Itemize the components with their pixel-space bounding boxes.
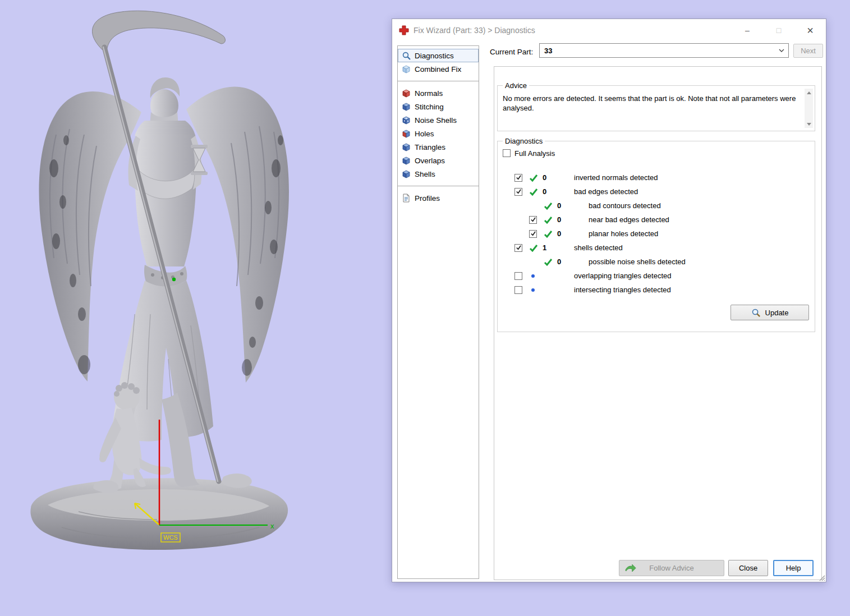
full-analysis-label: Full Analysis <box>514 149 555 158</box>
current-part-label: Current Part: <box>490 48 533 56</box>
checkbox-checked[interactable] <box>514 188 522 196</box>
row-label: possible noise shells detected <box>589 258 686 266</box>
close-button[interactable]: × <box>794 19 826 42</box>
diagnostic-row-overlapping-triangles: overlapping triangles detected <box>514 269 810 283</box>
sidebar-item-overlaps[interactable]: Overlaps <box>398 154 479 167</box>
sidebar-separator <box>398 186 479 186</box>
status-not-analysed-dot-icon <box>529 274 543 278</box>
count-value: 0 <box>557 215 589 224</box>
row-label: bad edges detected <box>574 187 638 196</box>
sidebar-item-diagnostics[interactable]: Diagnostics <box>398 49 479 62</box>
cube-red-blue-icon <box>402 129 411 139</box>
diagnostics-title: Diagnostics <box>503 137 545 145</box>
magnifier-icon <box>402 51 411 61</box>
advice-title: Advice <box>503 81 529 90</box>
diagnostics-groupbox: Diagnostics Full Analysis 0 inverted nor… <box>497 141 815 332</box>
sidebar-separator <box>398 81 479 81</box>
sidebar-item-combined-fix[interactable]: Combined Fix <box>398 62 479 76</box>
axis-x-label: x <box>270 522 274 530</box>
advice-scrollbar[interactable] <box>805 89 813 128</box>
sidebar-item-label: Holes <box>415 130 434 138</box>
row-label: planar holes detected <box>589 229 658 238</box>
statue-model[interactable]: x WCS <box>0 0 370 616</box>
sidebar-item-shells[interactable]: Shells <box>398 167 479 181</box>
checkbox-checked[interactable] <box>514 174 522 182</box>
scroll-down-icon[interactable] <box>805 120 813 128</box>
close-icon: × <box>807 24 814 37</box>
diagnostic-row-bad-edges: 0 bad edges detected <box>514 185 810 199</box>
resize-grip[interactable] <box>817 573 825 581</box>
current-part-value: 33 <box>544 47 552 55</box>
minimize-button[interactable]: – <box>732 19 763 42</box>
update-button[interactable]: Update <box>730 305 809 320</box>
dialog-titlebar[interactable]: Fix Wizard (Part: 33) > Diagnostics – □ … <box>392 19 826 42</box>
current-part-combobox[interactable]: 33 <box>539 43 789 58</box>
checkbox-unchecked[interactable] <box>514 286 522 294</box>
row-label: near bad edges detected <box>589 215 669 224</box>
status-ok-check-icon <box>544 230 557 238</box>
status-ok-check-icon <box>544 216 557 224</box>
row-label: overlapping triangles detected <box>574 272 671 280</box>
wizard-sidebar: Diagnostics Combined Fix Normals Stitchi… <box>397 45 479 579</box>
sidebar-item-holes[interactable]: Holes <box>398 127 479 140</box>
count-value: 1 <box>543 243 574 252</box>
sidebar-item-label: Diagnostics <box>415 52 454 60</box>
scroll-up-icon[interactable] <box>805 89 813 96</box>
count-value: 0 <box>543 187 574 196</box>
magics-cross-icon <box>399 25 409 35</box>
row-label: intersecting triangles detected <box>574 286 671 294</box>
sidebar-item-label: Triangles <box>415 143 445 151</box>
checkbox-checked[interactable] <box>514 244 522 252</box>
diagnostic-row-bad-contours: 0 bad contours detected <box>514 199 810 213</box>
sidebar-item-label: Overlaps <box>415 157 445 165</box>
diagnostic-row-near-bad-edges: 0 near bad edges detected <box>514 213 810 227</box>
diagnostic-row-intersecting-triangles: intersecting triangles detected <box>514 283 810 297</box>
cube-blue-icon <box>402 169 411 179</box>
count-value: 0 <box>557 201 589 210</box>
status-ok-check-icon <box>529 174 543 182</box>
viewport-3d[interactable]: x WCS <box>0 0 393 616</box>
sidebar-item-label: Combined Fix <box>415 65 461 73</box>
sidebar-item-stitching[interactable]: Stitching <box>398 100 479 113</box>
status-ok-check-icon <box>529 244 543 252</box>
cube-blue-icon <box>402 142 411 152</box>
checkbox-checked[interactable] <box>529 216 537 224</box>
status-not-analysed-dot-icon <box>529 288 543 292</box>
sidebar-item-noise-shells[interactable]: Noise Shells <box>398 113 479 127</box>
count-value: 0 <box>557 258 589 266</box>
cube-dots-icon <box>402 116 411 125</box>
document-icon <box>402 194 411 203</box>
row-label: shells detected <box>574 243 623 252</box>
follow-advice-button[interactable]: Follow Advice <box>619 560 724 576</box>
cube-blue-icon <box>402 102 411 112</box>
sidebar-item-label: Stitching <box>415 103 444 111</box>
row-label: bad contours detected <box>589 201 661 210</box>
diagnostic-row-shells: 1 shells detected <box>514 241 810 255</box>
diagnostics-list: 0 inverted normals detected 0 bad edges … <box>514 171 810 297</box>
sidebar-item-profiles[interactable]: Profiles <box>398 191 479 205</box>
sidebar-item-normals[interactable]: Normals <box>398 86 479 100</box>
cube-red-icon <box>402 89 411 98</box>
cube-icon <box>402 65 411 74</box>
status-ok-check-icon <box>529 188 543 196</box>
sidebar-item-triangles[interactable]: Triangles <box>398 140 479 154</box>
full-analysis-option[interactable]: Full Analysis <box>503 149 555 157</box>
follow-advice-label: Follow Advice <box>649 564 693 572</box>
full-analysis-checkbox[interactable] <box>503 149 511 157</box>
checkbox-checked[interactable] <box>529 230 537 238</box>
dialog-title: Fix Wizard (Part: 33) > Diagnostics <box>413 26 535 35</box>
help-button[interactable]: Help <box>773 560 814 576</box>
close-dialog-button[interactable]: Close <box>728 560 768 576</box>
sidebar-item-label: Noise Shells <box>415 116 457 125</box>
chevron-down-icon[interactable] <box>775 44 788 57</box>
fix-wizard-dialog: Fix Wizard (Part: 33) > Diagnostics – □ … <box>392 19 826 582</box>
magnifier-icon <box>751 308 761 318</box>
checkbox-unchecked[interactable] <box>514 272 522 280</box>
wcs-label: WCS <box>163 534 178 541</box>
advice-groupbox: Advice No more errors are detected. It s… <box>497 85 815 131</box>
count-value: 0 <box>557 229 589 238</box>
next-button[interactable]: Next <box>793 44 823 58</box>
sidebar-item-label: Normals <box>415 89 443 98</box>
status-ok-check-icon <box>544 258 557 266</box>
maximize-button[interactable]: □ <box>763 19 794 42</box>
